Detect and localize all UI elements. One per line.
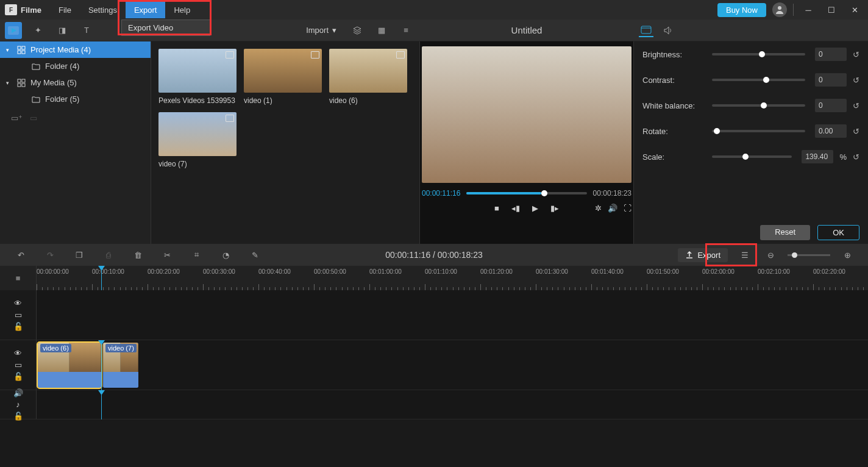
media-thumb[interactable]: Pexels Videos 1539953 [158, 49, 237, 105]
folder-action-icon[interactable]: ▭ [30, 113, 37, 123]
thumb-badge-icon [311, 51, 319, 59]
settings-icon[interactable]: ✲ [595, 204, 602, 213]
stop-button[interactable]: ■ [494, 204, 499, 213]
user-avatar[interactable] [772, 2, 787, 17]
prop-slider[interactable] [712, 104, 805, 107]
prop-reset-icon[interactable]: ↺ [853, 101, 859, 110]
undo-button[interactable]: ↶ [12, 246, 29, 263]
track-body[interactable] [37, 390, 868, 419]
prop-slider[interactable] [712, 53, 805, 55]
audio-icon[interactable]: 🔊 [13, 388, 23, 397]
user-icon [775, 5, 784, 15]
text-tab-icon[interactable]: T [78, 22, 95, 39]
play-button[interactable]: ▶ [532, 204, 538, 213]
caret-down-icon: ▾ [6, 47, 12, 53]
media-tab-icon[interactable] [5, 22, 22, 39]
zoom-thumb[interactable] [792, 252, 797, 258]
export-video-item[interactable]: Export Video [122, 20, 210, 35]
slider-thumb[interactable] [759, 51, 765, 57]
track-body[interactable]: video (6) video (7) [37, 340, 868, 390]
prop-reset-icon[interactable]: ↺ [853, 76, 859, 85]
reset-button[interactable]: Reset [760, 225, 810, 240]
prop-reset-icon[interactable]: ↺ [853, 127, 859, 136]
preview-progress-thumb[interactable] [541, 190, 547, 196]
prop-slider[interactable] [712, 130, 805, 132]
track-head: 👁 ▭ 🔓 [0, 290, 37, 340]
prop-value[interactable]: 0 [815, 48, 847, 61]
playhead-line [101, 340, 102, 390]
close-button[interactable]: ✕ [846, 1, 863, 18]
color-button[interactable]: ✎ [246, 246, 263, 263]
ok-button[interactable]: OK [817, 225, 859, 240]
media-thumb[interactable]: video (1) [244, 49, 322, 105]
timeline-ruler[interactable]: ≡ 00:00:00:0000:00:10:0000:00:20:0000:00… [0, 266, 868, 290]
minimize-button[interactable]: ─ [800, 1, 817, 18]
preview-panel: 00:00:11:16 00:00:18:23 ■ ◂▮ ▶ ▮▸ ✲ 🔊 ⛶ [419, 41, 634, 244]
media-thumb[interactable]: video (6) [329, 49, 407, 105]
props-tab-video[interactable] [639, 24, 653, 37]
split-button[interactable]: ✂ [158, 246, 176, 263]
next-frame-button[interactable]: ▮▸ [550, 204, 559, 213]
timeline-clip[interactable]: video (6) [38, 343, 101, 388]
lock-icon[interactable]: 🔓 [13, 372, 23, 381]
copy-button[interactable]: ❐ [71, 246, 88, 263]
playhead[interactable] [101, 266, 102, 290]
lock-icon[interactable]: 🔓 [13, 322, 23, 331]
grid-view-icon[interactable]: ▦ [373, 22, 390, 39]
thumb-image [329, 49, 407, 93]
fullscreen-icon[interactable]: ⛶ [624, 204, 631, 213]
prop-value[interactable]: 0.00 [815, 124, 847, 138]
import-button[interactable]: Import ▾ [301, 23, 341, 37]
paste-button[interactable]: ⎙ [100, 246, 117, 263]
transitions-tab-icon[interactable]: ◨ [54, 22, 71, 39]
add-folder-icon[interactable]: ▭⁺ [11, 113, 23, 123]
music-icon: ♪ [16, 400, 20, 409]
props-tab-audio[interactable] [661, 24, 675, 37]
prop-value[interactable]: 139.40 [802, 150, 833, 163]
visibility-icon[interactable]: 👁 [14, 349, 22, 358]
sidebar-my-media[interactable]: ▾ My Media (5) [0, 74, 151, 91]
sidebar-item-label: Folder (5) [45, 94, 79, 104]
export-button[interactable]: Export [678, 248, 728, 262]
snap-icon[interactable]: ☰ [736, 246, 753, 263]
slider-thumb[interactable] [714, 128, 720, 134]
menu-settings[interactable]: Settings [80, 2, 126, 18]
volume-icon[interactable]: 🔊 [608, 204, 617, 213]
zoom-slider[interactable] [788, 254, 830, 256]
sidebar-project-media[interactable]: ▾ Project Media (4) [0, 41, 151, 58]
buy-now-button[interactable]: Buy Now [717, 3, 766, 17]
prop-slider[interactable] [712, 79, 805, 81]
preview-scrubber[interactable] [466, 192, 586, 194]
menu-export[interactable]: Export [126, 2, 166, 18]
prop-reset-icon[interactable]: ↺ [853, 50, 859, 59]
prop-slider[interactable] [712, 155, 792, 158]
list-view-icon[interactable]: ≡ [397, 22, 414, 39]
sidebar-folder-4[interactable]: Folder (4) [0, 58, 151, 74]
speed-button[interactable]: ◔ [217, 246, 234, 263]
menu-file[interactable]: File [50, 2, 80, 18]
visibility-icon[interactable]: 👁 [14, 299, 22, 308]
crop-button[interactable]: ⌗ [188, 246, 205, 263]
track-body[interactable] [37, 290, 868, 340]
slider-thumb[interactable] [742, 154, 749, 160]
layers-icon[interactable] [349, 22, 366, 39]
media-thumb[interactable]: video (7) [158, 112, 237, 168]
prop-value[interactable]: 0 [815, 99, 847, 112]
ruler-head[interactable]: ≡ [0, 266, 37, 290]
sidebar-folder-5[interactable]: Folder (5) [0, 91, 151, 107]
prop-value[interactable]: 0 [815, 73, 847, 87]
zoom-out-icon[interactable]: ⊖ [762, 246, 779, 263]
effects-tab-icon[interactable]: ✦ [29, 22, 46, 39]
redo-button[interactable]: ↷ [41, 246, 59, 263]
prev-frame-button[interactable]: ◂▮ [511, 204, 520, 213]
menu-help[interactable]: Help [165, 2, 199, 18]
preview-controls: ■ ◂▮ ▶ ▮▸ ✲ 🔊 ⛶ [422, 204, 631, 213]
slider-thumb[interactable] [761, 102, 767, 109]
zoom-in-icon[interactable]: ⊕ [839, 246, 856, 263]
timeline-clip[interactable]: video (7) [103, 343, 138, 388]
prop-reset-icon[interactable]: ↺ [853, 152, 859, 162]
delete-button[interactable]: 🗑 [129, 246, 146, 263]
lock-icon[interactable]: 🔓 [13, 412, 23, 421]
maximize-button[interactable]: ☐ [823, 1, 840, 18]
slider-thumb[interactable] [763, 77, 769, 83]
